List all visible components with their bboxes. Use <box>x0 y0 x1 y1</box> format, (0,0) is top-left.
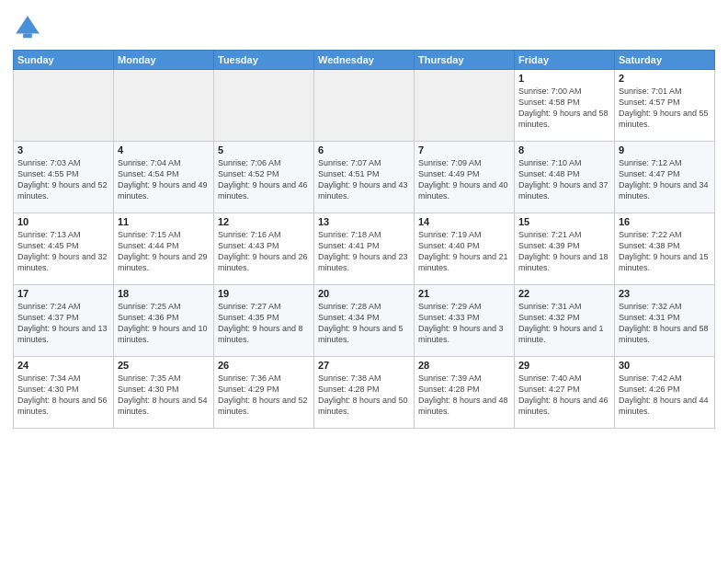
svg-marker-0 <box>16 16 40 33</box>
weekday-header-thursday: Thursday <box>415 51 515 70</box>
day-info: Sunrise: 7:32 AM Sunset: 4:31 PM Dayligh… <box>619 301 711 346</box>
day-info: Sunrise: 7:13 AM Sunset: 4:45 PM Dayligh… <box>17 229 109 274</box>
day-info: Sunrise: 7:34 AM Sunset: 4:30 PM Dayligh… <box>17 373 109 418</box>
calendar-cell: 8Sunrise: 7:10 AM Sunset: 4:48 PM Daylig… <box>515 142 615 213</box>
calendar-cell: 11Sunrise: 7:15 AM Sunset: 4:44 PM Dayli… <box>114 213 214 285</box>
day-number: 25 <box>118 360 210 371</box>
logo-icon <box>13 13 42 42</box>
day-number: 14 <box>418 216 510 227</box>
day-number: 16 <box>619 216 711 227</box>
day-info: Sunrise: 7:00 AM Sunset: 4:58 PM Dayligh… <box>518 86 610 131</box>
logo <box>13 13 46 42</box>
calendar-cell: 1Sunrise: 7:00 AM Sunset: 4:58 PM Daylig… <box>515 70 615 142</box>
day-info: Sunrise: 7:38 AM Sunset: 4:28 PM Dayligh… <box>318 373 410 418</box>
day-info: Sunrise: 7:18 AM Sunset: 4:41 PM Dayligh… <box>318 229 410 274</box>
calendar-cell: 26Sunrise: 7:36 AM Sunset: 4:29 PM Dayli… <box>214 357 314 429</box>
header <box>13 9 715 42</box>
weekday-row: SundayMondayTuesdayWednesdayThursdayFrid… <box>14 51 715 70</box>
day-info: Sunrise: 7:28 AM Sunset: 4:34 PM Dayligh… <box>318 301 410 346</box>
day-number: 6 <box>318 144 410 155</box>
weekday-header-friday: Friday <box>515 51 615 70</box>
calendar-cell: 16Sunrise: 7:22 AM Sunset: 4:38 PM Dayli… <box>615 213 715 285</box>
day-number: 9 <box>619 144 711 155</box>
day-info: Sunrise: 7:09 AM Sunset: 4:49 PM Dayligh… <box>418 157 510 202</box>
calendar-header: SundayMondayTuesdayWednesdayThursdayFrid… <box>14 51 715 70</box>
day-info: Sunrise: 7:15 AM Sunset: 4:44 PM Dayligh… <box>118 229 210 274</box>
day-info: Sunrise: 7:35 AM Sunset: 4:30 PM Dayligh… <box>118 373 210 418</box>
day-number: 8 <box>518 144 610 155</box>
day-number: 28 <box>418 360 510 371</box>
calendar-cell: 12Sunrise: 7:16 AM Sunset: 4:43 PM Dayli… <box>214 213 314 285</box>
page: SundayMondayTuesdayWednesdayThursdayFrid… <box>0 0 728 563</box>
day-number: 29 <box>518 360 610 371</box>
calendar: SundayMondayTuesdayWednesdayThursdayFrid… <box>13 50 715 429</box>
calendar-cell: 30Sunrise: 7:42 AM Sunset: 4:26 PM Dayli… <box>615 357 715 429</box>
weekday-header-saturday: Saturday <box>615 51 715 70</box>
calendar-cell <box>314 70 415 142</box>
day-info: Sunrise: 7:16 AM Sunset: 4:43 PM Dayligh… <box>218 229 310 274</box>
day-number: 13 <box>318 216 410 227</box>
calendar-cell: 13Sunrise: 7:18 AM Sunset: 4:41 PM Dayli… <box>314 213 415 285</box>
calendar-cell: 2Sunrise: 7:01 AM Sunset: 4:57 PM Daylig… <box>615 70 715 142</box>
day-number: 24 <box>17 360 109 371</box>
day-info: Sunrise: 7:27 AM Sunset: 4:35 PM Dayligh… <box>218 301 310 346</box>
day-number: 3 <box>17 144 109 155</box>
calendar-cell: 19Sunrise: 7:27 AM Sunset: 4:35 PM Dayli… <box>214 285 314 357</box>
day-number: 21 <box>418 288 510 299</box>
day-number: 30 <box>619 360 711 371</box>
day-info: Sunrise: 7:19 AM Sunset: 4:40 PM Dayligh… <box>418 229 510 274</box>
day-info: Sunrise: 7:21 AM Sunset: 4:39 PM Dayligh… <box>518 229 610 274</box>
calendar-cell: 14Sunrise: 7:19 AM Sunset: 4:40 PM Dayli… <box>415 213 515 285</box>
calendar-cell: 18Sunrise: 7:25 AM Sunset: 4:36 PM Dayli… <box>114 285 214 357</box>
weekday-header-monday: Monday <box>114 51 214 70</box>
svg-rect-1 <box>23 33 32 38</box>
calendar-cell <box>114 70 214 142</box>
day-number: 7 <box>418 144 510 155</box>
calendar-body: 1Sunrise: 7:00 AM Sunset: 4:58 PM Daylig… <box>14 70 715 429</box>
calendar-cell: 29Sunrise: 7:40 AM Sunset: 4:27 PM Dayli… <box>515 357 615 429</box>
weekday-header-sunday: Sunday <box>14 51 114 70</box>
day-info: Sunrise: 7:25 AM Sunset: 4:36 PM Dayligh… <box>118 301 210 346</box>
calendar-cell <box>415 70 515 142</box>
calendar-cell: 21Sunrise: 7:29 AM Sunset: 4:33 PM Dayli… <box>415 285 515 357</box>
day-number: 18 <box>118 288 210 299</box>
day-number: 2 <box>619 73 711 84</box>
day-number: 5 <box>218 144 310 155</box>
calendar-cell: 10Sunrise: 7:13 AM Sunset: 4:45 PM Dayli… <box>14 213 114 285</box>
day-info: Sunrise: 7:24 AM Sunset: 4:37 PM Dayligh… <box>17 301 109 346</box>
day-info: Sunrise: 7:40 AM Sunset: 4:27 PM Dayligh… <box>518 373 610 418</box>
calendar-cell: 23Sunrise: 7:32 AM Sunset: 4:31 PM Dayli… <box>615 285 715 357</box>
day-number: 11 <box>118 216 210 227</box>
day-info: Sunrise: 7:07 AM Sunset: 4:51 PM Dayligh… <box>318 157 410 202</box>
day-info: Sunrise: 7:22 AM Sunset: 4:38 PM Dayligh… <box>619 229 711 274</box>
weekday-header-tuesday: Tuesday <box>214 51 314 70</box>
day-info: Sunrise: 7:36 AM Sunset: 4:29 PM Dayligh… <box>218 373 310 418</box>
week-row-4: 17Sunrise: 7:24 AM Sunset: 4:37 PM Dayli… <box>14 285 715 357</box>
calendar-cell: 9Sunrise: 7:12 AM Sunset: 4:47 PM Daylig… <box>615 142 715 213</box>
day-number: 17 <box>17 288 109 299</box>
day-info: Sunrise: 7:01 AM Sunset: 4:57 PM Dayligh… <box>619 86 711 131</box>
calendar-cell: 3Sunrise: 7:03 AM Sunset: 4:55 PM Daylig… <box>14 142 114 213</box>
calendar-cell: 20Sunrise: 7:28 AM Sunset: 4:34 PM Dayli… <box>314 285 415 357</box>
day-number: 26 <box>218 360 310 371</box>
calendar-cell: 4Sunrise: 7:04 AM Sunset: 4:54 PM Daylig… <box>114 142 214 213</box>
day-number: 20 <box>318 288 410 299</box>
day-info: Sunrise: 7:39 AM Sunset: 4:28 PM Dayligh… <box>418 373 510 418</box>
day-info: Sunrise: 7:03 AM Sunset: 4:55 PM Dayligh… <box>17 157 109 202</box>
day-number: 4 <box>118 144 210 155</box>
day-info: Sunrise: 7:04 AM Sunset: 4:54 PM Dayligh… <box>118 157 210 202</box>
week-row-3: 10Sunrise: 7:13 AM Sunset: 4:45 PM Dayli… <box>14 213 715 285</box>
day-number: 10 <box>17 216 109 227</box>
day-info: Sunrise: 7:06 AM Sunset: 4:52 PM Dayligh… <box>218 157 310 202</box>
day-number: 27 <box>318 360 410 371</box>
day-number: 12 <box>218 216 310 227</box>
week-row-1: 1Sunrise: 7:00 AM Sunset: 4:58 PM Daylig… <box>14 70 715 142</box>
day-info: Sunrise: 7:29 AM Sunset: 4:33 PM Dayligh… <box>418 301 510 346</box>
calendar-cell: 5Sunrise: 7:06 AM Sunset: 4:52 PM Daylig… <box>214 142 314 213</box>
day-info: Sunrise: 7:31 AM Sunset: 4:32 PM Dayligh… <box>518 301 610 346</box>
day-info: Sunrise: 7:10 AM Sunset: 4:48 PM Dayligh… <box>518 157 610 202</box>
day-info: Sunrise: 7:42 AM Sunset: 4:26 PM Dayligh… <box>619 373 711 418</box>
day-info: Sunrise: 7:12 AM Sunset: 4:47 PM Dayligh… <box>619 157 711 202</box>
calendar-cell: 27Sunrise: 7:38 AM Sunset: 4:28 PM Dayli… <box>314 357 415 429</box>
calendar-cell: 17Sunrise: 7:24 AM Sunset: 4:37 PM Dayli… <box>14 285 114 357</box>
